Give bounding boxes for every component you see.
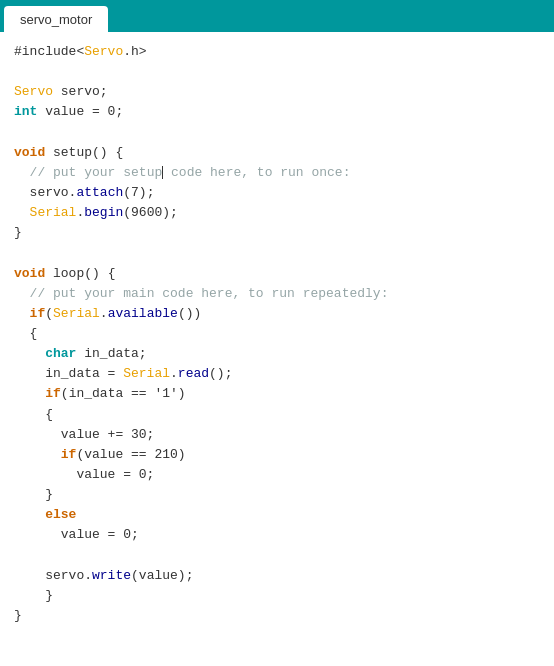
code-token: servo. [14,568,92,583]
code-line: { [14,405,540,425]
code-token [14,286,30,301]
code-token: Serial [30,205,77,220]
code-token: (7); [123,185,154,200]
code-token: (value == 210) [76,447,185,462]
code-token: '1' [154,386,177,401]
code-token: } [14,588,53,603]
code-token: void [14,145,45,160]
code-token: } [14,487,53,502]
tab-servo-motor[interactable]: servo_motor [4,6,108,32]
code-token: write [92,568,131,583]
code-token: . [170,366,178,381]
code-token: .h> [123,44,146,59]
code-line: } [14,485,540,505]
editor-window: servo_motor #include<Servo.h> Servo serv… [0,0,554,666]
code-line: { [14,324,540,344]
code-line: Servo servo; [14,82,540,102]
code-token: servo. [14,185,76,200]
code-line: } [14,606,540,626]
tab-bar: servo_motor [0,0,554,32]
code-token: available [108,306,178,321]
code-token: { [14,407,53,422]
code-token: in_data = [14,366,123,381]
code-line [14,546,540,566]
code-token: if [61,447,77,462]
code-token: (); [209,366,232,381]
code-line: value += 30; [14,425,540,445]
code-token: in_data; [76,346,146,361]
code-line: void setup() { [14,143,540,163]
code-line: Serial.begin(9600); [14,203,540,223]
code-line: char in_data; [14,344,540,364]
code-token: value = 0; [14,467,154,482]
code-line: servo.attach(7); [14,183,540,203]
code-line [14,243,540,263]
code-line: } [14,586,540,606]
code-token [14,447,61,462]
code-token: void [14,266,45,281]
code-token [14,165,30,180]
code-token: else [45,507,76,522]
code-token: char [45,346,76,361]
code-token: servo; [53,84,108,99]
code-token: value = 0; [14,527,139,542]
code-token: { [14,326,37,341]
code-line: in_data = Serial.read(); [14,364,540,384]
code-token: Servo [14,84,53,99]
code-line [14,123,540,143]
code-token: (value); [131,568,193,583]
code-token: (in_data == [61,386,155,401]
code-token: ()) [178,306,201,321]
code-token: Servo [84,44,123,59]
code-token: attach [76,185,123,200]
code-line: if(in_data == '1') [14,384,540,404]
code-token: . [100,306,108,321]
code-line: int value = 0; [14,102,540,122]
code-token: // put your setup [30,165,163,180]
code-token [14,205,30,220]
code-token [14,386,45,401]
code-token: if [30,306,46,321]
code-token: } [14,608,22,623]
code-line: void loop() { [14,264,540,284]
code-token: read [178,366,209,381]
code-token: value = 0; [37,104,123,119]
code-token [14,306,30,321]
code-line: if(value == 210) [14,445,540,465]
code-line: // put your setup code here, to run once… [14,163,540,183]
code-line: value = 0; [14,465,540,485]
code-token: Serial [53,306,100,321]
code-line: if(Serial.available()) [14,304,540,324]
code-editor[interactable]: #include<Servo.h> Servo servo;int value … [0,32,554,666]
code-token: code here, to run once: [163,165,350,180]
code-token: begin [84,205,123,220]
code-line: #include<Servo.h> [14,42,540,62]
code-token: int [14,104,37,119]
code-token: loop() { [45,266,115,281]
code-token: ( [45,306,53,321]
code-token: if [45,386,61,401]
code-token: } [14,225,22,240]
code-token: value += 30; [14,427,154,442]
code-token: #include< [14,44,84,59]
code-line: value = 0; [14,525,540,545]
code-token: setup() { [45,145,123,160]
code-token [14,346,45,361]
code-token [14,507,45,522]
code-line: // put your main code here, to run repea… [14,284,540,304]
code-line: } [14,223,540,243]
code-line: else [14,505,540,525]
code-line: servo.write(value); [14,566,540,586]
code-token: (9600); [123,205,178,220]
code-line [14,62,540,82]
code-token: ) [178,386,186,401]
code-token: Serial [123,366,170,381]
code-token: // put your main code here, to run repea… [30,286,389,301]
